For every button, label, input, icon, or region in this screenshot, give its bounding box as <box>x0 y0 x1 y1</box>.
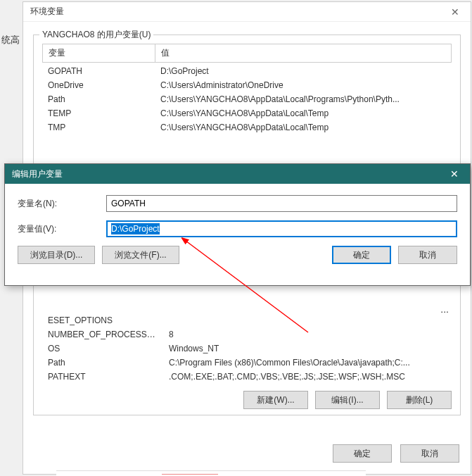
selected-value-text: D:\GoProject <box>111 223 160 234</box>
table-row[interactable]: NUMBER_OF_PROCESSORS 8 <box>42 327 452 342</box>
var-cell: PATHEXT <box>42 371 163 382</box>
var-cell: TMP <box>42 122 155 133</box>
val-cell: C:\Users\YANGCHAO8\AppData\Local\Temp <box>155 122 452 133</box>
var-cell: OneDrive <box>42 80 155 91</box>
system-table-body: ESET_OPTIONS NUMBER_OF_PROCESSORS 8 OS W… <box>42 312 452 384</box>
var-cell: NUMBER_OF_PROCESSORS <box>42 329 163 340</box>
value-row: 变量值(V): D:\GoProject <box>18 220 457 237</box>
var-cell: TEMP <box>42 108 155 119</box>
window-title: 环境变量 <box>30 6 64 18</box>
close-icon[interactable]: ✕ <box>439 164 470 184</box>
table-row[interactable]: TMP C:\Users\YANGCHAO8\AppData\Local\Tem… <box>42 120 452 134</box>
edit-user-variable-dialog: 编辑用户变量 ✕ 变量名(N): 变量值(V): D:\GoProject 浏览… <box>4 163 471 286</box>
val-cell: C:\Users\Administrator\OneDrive <box>155 80 452 91</box>
table-row[interactable]: ESET_OPTIONS <box>42 313 452 327</box>
table-row[interactable]: TEMP C:\Users\YANGCHAO8\AppData\Local\Te… <box>42 106 452 120</box>
var-cell: Path <box>42 94 155 105</box>
variable-name-input[interactable] <box>106 195 457 212</box>
cancel-button[interactable]: 取消 <box>400 444 459 463</box>
bottom-fragment <box>56 470 366 476</box>
modal-body: 变量名(N): 变量值(V): D:\GoProject 浏览目录(D)... … <box>5 184 470 273</box>
name-label: 变量名(N): <box>18 198 106 210</box>
val-cell: C:\Users\YANGCHAO8\AppData\Local\Temp <box>155 108 452 119</box>
outer-bottom-buttons: 确定 取消 <box>333 444 459 463</box>
table-row[interactable]: Path C:\Users\YANGCHAO8\AppData\Local\Pr… <box>42 92 452 106</box>
val-cell: .COM;.EXE;.BAT;.CMD;.VBS;.VBE;.JS;.JSE;.… <box>163 371 452 382</box>
var-cell: OS <box>42 343 163 354</box>
user-group-legend: YANGCHAO8 的用户变量(U) <box>39 29 153 41</box>
col-val-header[interactable]: 值 <box>155 44 452 63</box>
val-cell <box>163 315 452 326</box>
browse-dir-button[interactable]: 浏览目录(D)... <box>18 246 95 264</box>
val-cell: C:\Users\YANGCHAO8\AppData\Local\Program… <box>155 94 452 105</box>
name-row: 变量名(N): <box>18 195 457 212</box>
titlebar: 环境变量 ✕ <box>23 2 471 22</box>
ok-button[interactable]: 确定 <box>332 246 391 264</box>
value-label: 变量值(V): <box>18 223 106 235</box>
val-cell: D:\GoProject <box>155 65 452 77</box>
table-row[interactable]: Path C:\Program Files (x86)\Common Files… <box>42 356 452 370</box>
user-var-table: 变量 值 GOPATH D:\GoProject OneDrive C:\Use… <box>42 44 452 134</box>
modal-title: 编辑用户变量 <box>12 168 63 180</box>
table-row[interactable]: OneDrive C:\Users\Administrator\OneDrive <box>42 78 452 92</box>
browse-file-button[interactable]: 浏览文件(F)... <box>102 246 179 264</box>
col-var-header[interactable]: 变量 <box>43 44 155 63</box>
system-button-row: 新建(W)... 编辑(I)... 删除(L) <box>34 384 460 409</box>
delete-button[interactable]: 删除(L) <box>387 391 452 409</box>
table-row[interactable]: GOPATH D:\GoProject <box>42 64 452 78</box>
val-cell: C:\Program Files (x86)\Common Files\Orac… <box>163 357 452 368</box>
modal-titlebar: 编辑用户变量 ✕ <box>5 164 470 184</box>
new-button[interactable]: 新建(W)... <box>243 391 308 409</box>
modal-button-row: 浏览目录(D)... 浏览文件(F)... 确定 取消 <box>18 246 457 264</box>
system-var-table: ESET_OPTIONS NUMBER_OF_PROCESSORS 8 OS W… <box>42 312 452 384</box>
cancel-button[interactable]: 取消 <box>398 246 457 264</box>
user-table-body: GOPATH D:\GoProject OneDrive C:\Users\Ad… <box>42 63 452 134</box>
table-row[interactable]: PATHEXT .COM;.EXE;.BAT;.CMD;.VBS;.VBE;.J… <box>42 370 452 384</box>
val-cell: 8 <box>163 329 452 340</box>
background-text-fragment: 统高 <box>1 34 20 46</box>
variable-value-input[interactable]: D:\GoProject <box>106 220 457 237</box>
ok-button[interactable]: 确定 <box>333 444 392 463</box>
table-row[interactable]: OS Windows_NT <box>42 342 452 356</box>
var-cell: GOPATH <box>42 65 155 77</box>
table-header: 变量 值 <box>42 44 452 63</box>
bottom-red-line <box>162 474 218 475</box>
var-cell: Path <box>42 357 163 368</box>
var-cell: ESET_OPTIONS <box>42 315 163 326</box>
close-icon[interactable]: ✕ <box>440 2 471 22</box>
val-cell: Windows_NT <box>163 343 452 354</box>
edit-button[interactable]: 编辑(I)... <box>315 391 380 409</box>
